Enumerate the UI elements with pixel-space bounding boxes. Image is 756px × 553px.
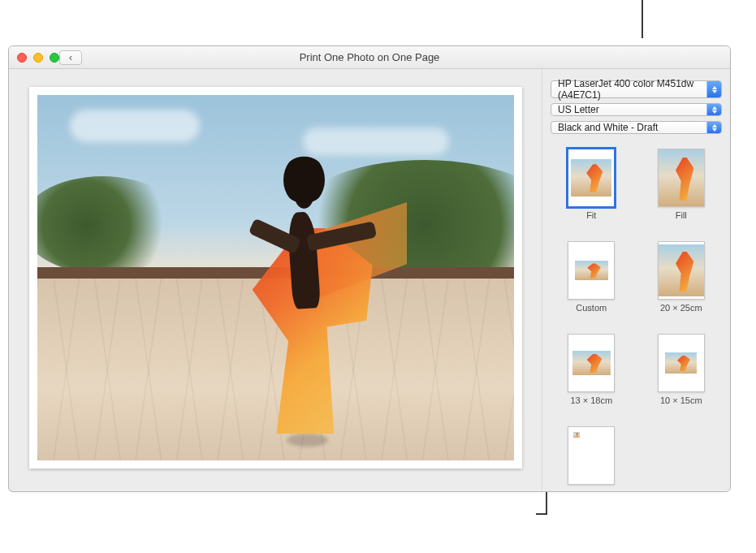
window-title: Print One Photo on One Page <box>9 51 730 63</box>
back-button[interactable]: ‹ <box>59 50 82 65</box>
callout-line-top <box>642 0 643 38</box>
minimize-window-button[interactable] <box>33 53 43 63</box>
format-grid: FitFillCustom20 × 25cm13 × 18cm10 × 15cm <box>551 149 722 488</box>
updown-arrows-icon <box>706 81 721 97</box>
photo-thumbnail-icon <box>571 159 611 197</box>
format-label: 10 × 15cm <box>660 395 702 405</box>
paper-size-value: US Letter <box>558 104 599 115</box>
format-thumbnail <box>658 149 705 207</box>
format-label: Fill <box>676 210 687 220</box>
preview-area <box>9 69 542 491</box>
format-option-actual[interactable] <box>559 426 624 488</box>
format-label: Fit <box>586 210 596 220</box>
format-option-fill[interactable]: Fill <box>649 149 715 220</box>
format-label: 13 × 18cm <box>570 395 612 405</box>
format-option-10x15[interactable]: 10 × 15cm <box>649 334 715 405</box>
updown-arrows-icon <box>706 104 721 115</box>
print-page-preview <box>29 87 522 469</box>
titlebar: ‹ Print One Photo on One Page <box>9 46 730 69</box>
content-area: HP LaserJet 400 color M451dw (A4E7C1) US… <box>9 69 730 491</box>
format-thumbnail <box>568 149 615 207</box>
format-option-fit[interactable]: Fit <box>559 149 624 220</box>
traffic-lights <box>17 53 59 63</box>
format-thumbnail <box>658 241 705 300</box>
print-dialog-window: ‹ Print One Photo on One Page <box>8 45 731 492</box>
printer-popup-value: HP LaserJet 400 color M451dw (A4E7C1) <box>558 78 705 101</box>
photo-thumbnail-icon <box>659 149 704 206</box>
format-thumbnail <box>568 334 615 392</box>
format-label: 20 × 25cm <box>660 303 702 313</box>
updown-arrows-icon <box>706 122 721 133</box>
photo-preview <box>37 95 514 460</box>
photo-thumbnail-icon <box>573 432 580 438</box>
format-thumbnail <box>568 426 615 485</box>
format-label: Custom <box>576 303 607 313</box>
format-option-custom[interactable]: Custom <box>559 241 624 313</box>
photo-thumbnail-icon <box>665 352 697 373</box>
printer-popup[interactable]: HP LaserJet 400 color M451dw (A4E7C1) <box>551 80 722 98</box>
photo-thumbnail-icon <box>659 244 704 296</box>
zoom-window-button[interactable] <box>50 53 59 63</box>
photo-thumbnail-icon <box>575 261 608 280</box>
format-thumbnail <box>658 334 705 392</box>
print-sidebar: HP LaserJet 400 color M451dw (A4E7C1) US… <box>542 69 730 491</box>
paper-size-popup[interactable]: US Letter <box>551 103 722 116</box>
format-option-13x18[interactable]: 13 × 18cm <box>559 334 624 405</box>
print-quality-popup[interactable]: Black and White - Draft <box>551 121 722 134</box>
close-window-button[interactable] <box>17 53 27 63</box>
photo-thumbnail-icon <box>572 351 611 376</box>
chevron-left-icon: ‹ <box>69 52 72 63</box>
format-thumbnail <box>568 241 615 300</box>
print-quality-value: Black and White - Draft <box>558 122 658 133</box>
format-option-20x25[interactable]: 20 × 25cm <box>649 241 715 313</box>
